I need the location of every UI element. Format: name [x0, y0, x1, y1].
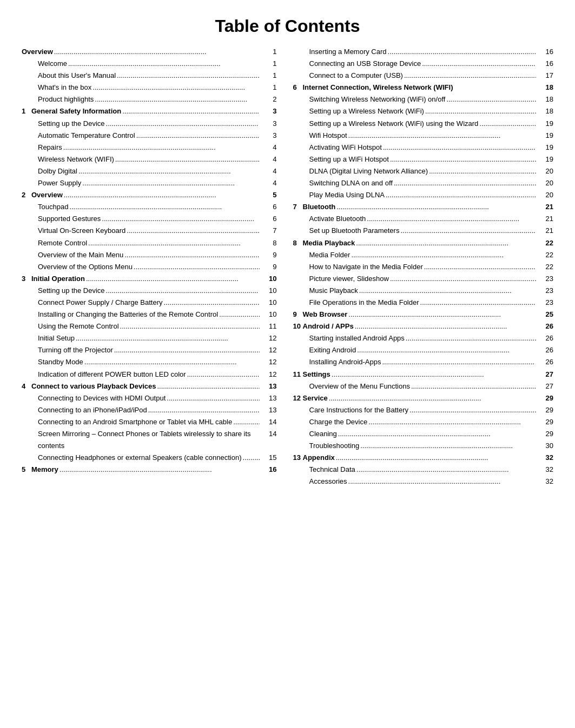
toc-entry: Setting up the Device...................… [22, 118, 277, 130]
page-number: 1 [261, 82, 277, 93]
page-number: 1 [261, 46, 277, 58]
dots: ........................................… [332, 369, 536, 380]
toc-entry: Setting up a WiFi Hotspot...............… [293, 153, 554, 165]
page-number: 13 [261, 404, 277, 416]
dots: ........................................… [92, 82, 259, 93]
dots: ........................................… [446, 93, 536, 105]
dots: ........................................… [357, 344, 536, 356]
sub-label: Touchpad [38, 201, 68, 213]
page-number: 29 [537, 392, 553, 404]
sub-label: Technical Data [309, 464, 355, 476]
sub-label: Wireless Network (WIFI) [38, 153, 114, 165]
sub-label: Overview of the Options Menu [38, 261, 133, 273]
toc-entry: Set up Bluetooth Parameters.............… [293, 225, 554, 237]
toc-entry: Music Playback..........................… [293, 285, 554, 297]
toc-entry: Setting up the Device...................… [22, 285, 277, 297]
toc-entry: Supported Gestures......................… [22, 213, 277, 225]
toc-entry: Indication of different POWER button LED… [22, 369, 277, 380]
dots: ........................................… [243, 452, 260, 464]
toc-entry: DLNA (Digital Living Network Alliance)..… [293, 165, 554, 177]
dots: ........................................… [400, 225, 536, 237]
sub-label: Connecting to an iPhone/iPad/iPod [38, 404, 147, 416]
page-number: 18 [537, 82, 553, 93]
toc-entry: Welcome.................................… [22, 58, 277, 70]
sub-label: Indication of different POWER button LED… [38, 369, 186, 380]
toc-entry: Connecting to an iPhone/iPad/iPod.......… [22, 404, 277, 416]
toc-left-column: Overview................................… [22, 46, 288, 487]
section-number: 12 [293, 392, 303, 404]
page-number: 29 [537, 416, 553, 428]
page-number: 13 [261, 392, 277, 404]
sub-label: Setting up a WiFi Hotspot [309, 153, 389, 165]
page-number: 12 [261, 344, 277, 356]
dots: ........................................… [351, 249, 536, 261]
dots: ........................................… [390, 153, 536, 165]
section-label: Memory [31, 464, 58, 476]
dots: ........................................… [348, 476, 536, 487]
toc-entry: 7Bluetooth..............................… [293, 201, 554, 213]
sub-label: Switching Wireless Networking (WiFi) on/… [309, 93, 446, 105]
sub-label: Set up Bluetooth Parameters [309, 225, 400, 237]
toc-entry: Wireless Network (WIFI).................… [22, 153, 277, 165]
toc-entry: 10Android / APPs........................… [293, 320, 554, 332]
page-number: 30 [537, 440, 553, 452]
page-number: 21 [537, 213, 553, 225]
page-number: 20 [537, 189, 553, 201]
dots: ........................................… [336, 201, 536, 213]
toc-entry: 2Overview...............................… [22, 189, 277, 201]
sub-label: Care Instructions for the Battery [309, 404, 409, 416]
page-number: 10 [261, 309, 277, 320]
sub-label: Setting up the Device [38, 118, 105, 130]
dots: ........................................… [388, 46, 536, 58]
dots: ........................................… [422, 58, 536, 70]
toc-entry: Setting up a Wireless Network (WiFi) usi… [293, 118, 554, 130]
page-number: 20 [537, 165, 553, 177]
toc-entry: 3Initial Operation......................… [22, 273, 277, 285]
toc-entry: 4Connect to various Playback Devices....… [22, 380, 277, 392]
section-number: 5 [22, 464, 31, 476]
dots: ........................................… [367, 213, 536, 225]
page-number: 21 [537, 201, 553, 213]
sub-label: Setting up the Device [38, 285, 105, 297]
page-number: 23 [537, 297, 553, 309]
toc-entry: How to Navigate in the Media Folder.....… [293, 261, 554, 273]
dots: ........................................… [356, 237, 536, 249]
sub-label: Connecting to Devices with HDMI Output [38, 392, 166, 404]
dots: ........................................… [117, 70, 259, 82]
toc-entry: Overview of the Menu Functions..........… [293, 380, 554, 392]
sub-label: Installing or Changing the Batteries of … [38, 309, 218, 320]
page-number: 13 [261, 380, 277, 392]
page-number: 1 [261, 70, 277, 82]
sub-label: Automatic Temperature Control [38, 130, 135, 142]
dots: ........................................… [106, 118, 260, 130]
dots: ........................................… [106, 285, 260, 297]
sub-label: Screen Mirroring – Connect Phones or Tab… [38, 428, 259, 452]
page-number: 5 [261, 189, 277, 201]
page-number: 11 [261, 320, 277, 332]
sub-label: DLNA (Digital Living Network Alliance) [309, 165, 428, 177]
dots: ........................................… [420, 297, 536, 309]
toc-entry: Media Folder............................… [293, 249, 554, 261]
sub-label: Product highlights [38, 93, 94, 105]
page-number: 9 [261, 261, 277, 273]
section-label: Appendix [303, 452, 335, 464]
sub-label: Connecting an USB Storage Device [309, 58, 421, 70]
dots: ........................................… [404, 70, 536, 82]
dots: ........................................… [383, 142, 536, 153]
sub-label: Standby Mode [38, 356, 83, 368]
toc-entry: Repairs.................................… [22, 142, 277, 153]
toc-entry: Installing or Changing the Batteries of … [22, 309, 277, 320]
dots: ........................................… [78, 165, 260, 177]
page-number: 3 [261, 105, 277, 117]
sub-label: Overview of the Menu Functions [309, 380, 410, 392]
section-label: Android / APPs [303, 320, 354, 332]
sub-label: Welcome [38, 58, 67, 70]
dots: ........................................… [114, 344, 260, 356]
section-label: Overview [22, 46, 53, 58]
section-number: 8 [293, 237, 303, 249]
page-number: 9 [261, 249, 277, 261]
sub-label: Picture viewer, Slideshow [309, 273, 389, 285]
sub-label: Play Media Using DLNA [309, 189, 385, 201]
dots: ........................................… [54, 46, 260, 58]
section-label: Media Playback [303, 237, 355, 249]
